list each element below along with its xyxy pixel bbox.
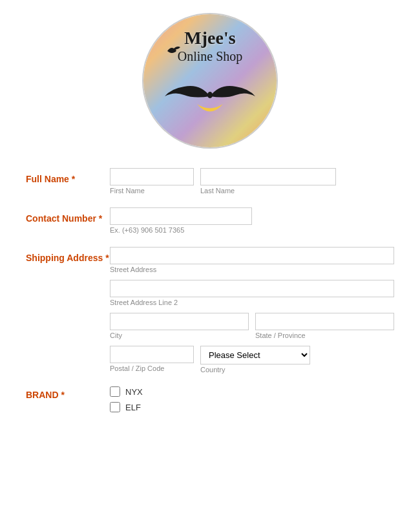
full-name-row: Full Name * First Name Last Name (26, 168, 394, 195)
full-name-fields: First Name Last Name (110, 168, 394, 195)
logo-title-line2: Online Shop (178, 49, 243, 64)
svg-point-0 (207, 92, 213, 98)
brand-required-marker: * (61, 390, 64, 400)
brand-option-elf: ELF (110, 402, 143, 412)
contact-required-marker: * (99, 213, 102, 224)
brand-nyx-checkbox[interactable] (110, 386, 120, 397)
city-input[interactable] (110, 313, 249, 330)
country-group: Please Select Country (200, 346, 394, 374)
shipping-address-row: Shipping Address * Street Address Street… (26, 247, 394, 374)
state-province-hint: State / Province (255, 332, 394, 339)
shipping-address-fields: Street Address Street Address Line 2 Cit… (110, 247, 394, 374)
mustache-icon (158, 77, 262, 125)
postal-country-row: Postal / Zip Code Please Select Country (110, 346, 394, 374)
country-select[interactable]: Please Select (200, 346, 310, 364)
first-name-hint: First Name (110, 187, 194, 195)
contact-number-fields: Ex. (+63) 906 501 7365 (110, 207, 394, 234)
brand-elf-label: ELF (125, 403, 141, 412)
first-name-group: First Name (110, 168, 194, 195)
postal-zip-hint: Postal / Zip Code (110, 364, 194, 372)
shipping-address-label: Shipping Address * (26, 247, 110, 264)
page-container: Mjee's Online Shop Full Name (0, 0, 420, 425)
last-name-group: Last Name (200, 168, 336, 195)
street-address-input[interactable] (110, 247, 394, 264)
street-address-hint: Street Address (110, 266, 394, 273)
brand-label: BRAND * (26, 386, 110, 400)
full-name-label: Full Name * (26, 168, 110, 185)
contact-number-row: Contact Number * Ex. (+63) 906 501 7365 (26, 207, 394, 234)
address-line2-group: Street Address Line 2 (110, 280, 394, 306)
last-name-hint: Last Name (200, 187, 336, 195)
postal-group: Postal / Zip Code (110, 346, 194, 374)
city-group: City (110, 313, 249, 339)
last-name-input[interactable] (200, 168, 336, 185)
brand-row: BRAND * NYX ELF (26, 386, 394, 412)
state-province-input[interactable] (255, 313, 394, 330)
brand-options: NYX ELF (110, 386, 143, 412)
shipping-required-marker: * (105, 253, 109, 263)
city-province-row: City State / Province (110, 313, 394, 339)
logo-circle: Mjee's Online Shop (142, 13, 278, 149)
required-marker: * (72, 174, 75, 184)
city-hint: City (110, 332, 249, 339)
contact-number-input[interactable] (110, 207, 252, 225)
brand-option-nyx: NYX (110, 386, 143, 397)
brand-elf-checkbox[interactable] (110, 402, 120, 412)
street-address-line2-input[interactable] (110, 280, 394, 297)
street-address-line2-hint: Street Address Line 2 (110, 299, 394, 306)
brand-nyx-label: NYX (125, 387, 143, 397)
contact-number-label: Contact Number * (26, 207, 110, 224)
contact-number-hint: Ex. (+63) 906 501 7365 (110, 226, 394, 234)
country-hint: Country (200, 366, 394, 374)
province-group: State / Province (255, 313, 394, 339)
postal-zip-input[interactable] (110, 346, 194, 363)
logo-title-line1: Mjee's (184, 27, 235, 49)
first-name-input[interactable] (110, 168, 194, 185)
logo-area: Mjee's Online Shop (26, 13, 394, 149)
